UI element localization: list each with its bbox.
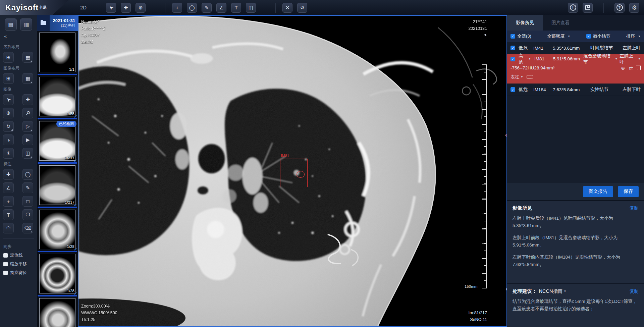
rail-pan-button[interactable]: ✚: [22, 94, 33, 105]
sync-locator-label: 定位线: [10, 253, 23, 258]
select-all-checkbox[interactable]: ✓: [511, 34, 515, 39]
chevron-down-icon: ▼: [528, 57, 531, 60]
sync-window-checkbox[interactable]: [3, 271, 8, 275]
anno-eraser-button[interactable]: ⌫: [22, 223, 33, 233]
save-button[interactable]: 保存: [618, 186, 639, 197]
series-grid-2x2-button[interactable]: ⊞: [3, 52, 14, 63]
report-icon: ▥: [23, 21, 29, 28]
series-thumbnail[interactable]: 1/28 ✓: [37, 252, 78, 295]
tab-imaging-findings[interactable]: 影像所见: [507, 15, 543, 31]
micro-nodule-checkbox[interactable]: ✓: [586, 34, 591, 39]
invert-icon: ◑: [7, 137, 10, 143]
chevron-down-icon: ▼: [568, 35, 570, 38]
crosshair-tool-button[interactable]: +: [172, 3, 182, 13]
nodule-row[interactable]: ✓ 低危 IM184 7.63*5.84mm 实性结节 左肺下叶: [507, 84, 644, 96]
copy-findings-link[interactable]: 复制: [630, 205, 639, 211]
delete-icon[interactable]: [637, 66, 641, 70]
ct-viewport[interactable]: Name:吴* Patid:R*****2 Age:043Y Sex:M 21*…: [78, 15, 507, 327]
rail-window-level-button[interactable]: ◫: [22, 148, 33, 159]
rail-magnify-button[interactable]: ⚲: [22, 108, 33, 118]
anno-angle-button[interactable]: ∠: [3, 182, 14, 193]
help-button[interactable]: ?: [614, 3, 625, 13]
nodule-id: IM41: [533, 46, 553, 51]
anno-cross-button[interactable]: ✚: [3, 169, 14, 180]
nodule-row[interactable]: ✓ 低危 IM41 5.35*3.61mm 叶间裂结节 左肺上叶: [507, 42, 644, 54]
nodule-checkbox[interactable]: ✓: [511, 87, 515, 92]
angle-tool-button[interactable]: ∠: [216, 3, 226, 13]
pencil-tool-button[interactable]: ✎: [202, 3, 212, 13]
image-grid-3x3-button[interactable]: ▦: [22, 73, 33, 84]
alert-button[interactable]: !: [568, 3, 578, 13]
series-thumbnail[interactable]: [37, 296, 78, 327]
series-thumbnail[interactable]: 1/1: [37, 31, 78, 74]
nodule-checkbox[interactable]: ✓: [511, 46, 515, 50]
save-study-button[interactable]: [583, 3, 593, 13]
ellipse-tool-button[interactable]: ◯: [187, 3, 197, 13]
brightness-icon: ☀: [6, 150, 10, 156]
series-thumbnail[interactable]: 1/28 ✓: [37, 208, 78, 251]
sync-locator-checkbox[interactable]: [3, 253, 8, 258]
report-panel-button[interactable]: ▥: [20, 18, 32, 31]
anno-pencil-button[interactable]: ✎: [22, 182, 33, 193]
collapse-rail-button[interactable]: «: [3, 33, 34, 42]
display-info-overlay: Zoom:300.00% WW/WC:1500/-500 Th:1.25: [81, 303, 117, 323]
anno-ellipse-button[interactable]: ◯: [22, 169, 33, 180]
ellipse-icon: ◯: [25, 171, 31, 177]
rail-invert-button[interactable]: ◑: [3, 134, 14, 145]
graphic-report-button[interactable]: 图文报告: [583, 186, 613, 197]
finding-item: 左肺上叶尖后段（IM41）见叶间裂结节影，大小为5.35*3.61mm。: [513, 215, 639, 229]
anno-callout-button[interactable]: ❍: [22, 209, 33, 220]
findings-title: 影像所见: [513, 205, 532, 211]
rotate-icon: ↻: [6, 123, 11, 129]
zoom-tool-button[interactable]: ⊕: [136, 3, 146, 13]
text-tool-button[interactable]: T: [231, 3, 241, 13]
series-thumbnail[interactable]: 1/55 ✓: [37, 75, 78, 118]
nodule-checkbox[interactable]: ✓: [511, 57, 515, 61]
rail-brightness-button[interactable]: ☀: [3, 148, 14, 159]
flip-icon: ▷: [26, 123, 30, 129]
series-thumbnail[interactable]: 1/217 ✓: [37, 164, 78, 207]
window-level-tool-button[interactable]: ◫: [246, 3, 256, 13]
pointer-tool-button[interactable]: ➤: [106, 3, 116, 13]
anno-plus-button[interactable]: +: [3, 196, 14, 207]
sync-zoom-pan-checkbox[interactable]: [3, 262, 8, 266]
pan-icon: ✚: [124, 5, 128, 11]
slice-marker-current[interactable]: [505, 134, 507, 137]
rail-flip-button[interactable]: ▷: [22, 121, 33, 132]
sort-dropdown[interactable]: 排序: [626, 33, 635, 39]
guideline-dropdown[interactable]: NCCN指南: [539, 288, 563, 294]
nodule-risk-dropdown[interactable]: 高危: [519, 53, 527, 65]
pan-tool-button[interactable]: ✚: [121, 3, 131, 13]
series-grid-3x3-button[interactable]: ▦: [22, 52, 33, 63]
settings-button[interactable]: ⚙: [629, 3, 639, 13]
nodule-location-dropdown[interactable]: 左肺上叶: [620, 53, 637, 65]
nodule-row-selected[interactable]: ✓ 高危 ▼ IM81 5.91*5.06mm 混合磨玻璃结节 ▼ 左肺上叶 ▼…: [507, 54, 644, 84]
anno-text-button[interactable]: T: [3, 209, 14, 220]
clear-annotations-button[interactable]: ✕: [282, 3, 292, 13]
tab-image-view[interactable]: 图片查看: [543, 15, 578, 31]
rail-pointer-button[interactable]: ➤: [3, 94, 14, 105]
study-header[interactable]: 2021-01-31 (11)序列: [37, 15, 78, 31]
filter-row: ✓ 全选(3) 全部密度 ▼ ✓ 微小结节 排序 ▼: [507, 31, 644, 42]
feature-dropdown[interactable]: 表征: [511, 74, 520, 80]
magnifier-icon: ⚲: [24, 110, 32, 117]
nodule-type-dropdown[interactable]: 混合磨玻璃结节: [583, 53, 614, 65]
image-grid-2x2-button[interactable]: ⊞: [3, 73, 14, 84]
rail-rotate-button[interactable]: ↻: [3, 121, 14, 132]
anno-arch-button[interactable]: ◠: [3, 223, 14, 233]
nodule-roi-box[interactable]: IM81: [280, 159, 308, 187]
series-thumbnail[interactable]: 已经检测 1/217 ✓: [37, 119, 78, 162]
locate-zoom-icon[interactable]: ⊕: [621, 65, 625, 71]
rail-cine-play-button[interactable]: ▶: [22, 134, 33, 145]
density-filter-dropdown[interactable]: 全部密度: [547, 33, 565, 39]
copy-advice-link[interactable]: 复制: [630, 288, 639, 294]
transfer-icon[interactable]: ⇄: [629, 65, 633, 71]
slice-marker-secondary[interactable]: [506, 288, 507, 290]
open-study-button[interactable]: [37, 15, 50, 31]
reset-view-button[interactable]: ↺: [297, 3, 307, 13]
rail-zoom-in-button[interactable]: ⊕: [3, 108, 14, 118]
series-list-button[interactable]: ▤: [5, 18, 17, 31]
feature-toggle[interactable]: [526, 75, 533, 79]
anno-rect-button[interactable]: □: [22, 196, 33, 207]
nodule-type: 实性结节: [590, 87, 615, 93]
